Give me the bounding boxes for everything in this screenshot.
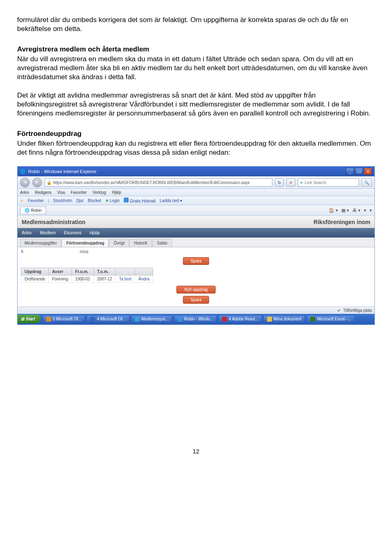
browser-menu-bar: Arkiv Redigera Visa Favoriter Verktyg Hj… xyxy=(18,189,374,196)
hotmail-icon xyxy=(124,198,129,202)
stop-button[interactable]: ✕ xyxy=(286,178,295,187)
windows-taskbar: ⊞ Start 3 Microsoft Of... 4 Microsoft Of… xyxy=(18,314,374,324)
home-button[interactable]: 🏠 ▾ xyxy=(329,207,338,213)
browser-screenshot: 🌐 Robin - Windows Internet Explorer _ ▭ … xyxy=(17,166,375,324)
forward-button[interactable]: ► xyxy=(32,178,42,187)
search-placeholder: Live Search xyxy=(305,180,326,185)
task-adobe[interactable]: 4 Adobe Read... xyxy=(218,315,262,323)
table-row: Ordförande Förening 1900-01 2007-12 Ta b… xyxy=(21,275,153,282)
feeds-button[interactable]: ▦ ▾ xyxy=(341,207,349,213)
page-menu-button[interactable]: ▾ xyxy=(364,207,366,213)
task-robin[interactable]: Robin - Windo... xyxy=(174,315,217,323)
fav-hotmail[interactable]: Gratis Hotmail xyxy=(124,198,156,204)
start-label: Start xyxy=(26,316,35,322)
menu-favoriter[interactable]: Favoriter xyxy=(71,190,87,195)
start-button[interactable]: ⊞ Start xyxy=(18,315,41,323)
tab-label: Robin xyxy=(31,208,42,213)
intro-paragraph: formuläret där du ombeds korrigera det s… xyxy=(17,16,375,33)
search-go-button[interactable]: 🔍 xyxy=(361,178,372,187)
col-avser: Avser xyxy=(49,268,71,275)
section-fortroendeuppdrag-title: Förtroendeuppdrag xyxy=(17,129,375,138)
search-box[interactable]: ✦ Live Search xyxy=(298,178,359,187)
fav-djur[interactable]: Djur xyxy=(76,198,84,203)
tab-medlemsuppgifter[interactable]: Medlemsuppgifter xyxy=(20,239,61,247)
app-content: 4: mius Spara Uppdrag Avser Fr.o.m. T.o.… xyxy=(18,247,374,307)
refresh-icon: ↻ xyxy=(278,180,281,185)
task-documents[interactable]: Mina dokument xyxy=(263,315,305,323)
section-avregistrera-title: Avregistrera medlem och återta medlem xyxy=(17,45,375,54)
task-excel[interactable]: Microsoft Excel -... xyxy=(307,315,354,323)
task-office-1[interactable]: 3 Microsoft Of... xyxy=(42,315,85,323)
section-avregistrera-p2: Det är viktigt att avlidna medlemmar avr… xyxy=(17,91,375,118)
refresh-button[interactable]: ↻ xyxy=(275,178,284,187)
remove-link[interactable]: Ta bort xyxy=(119,277,131,281)
app-header: Medlemsadministration Riksföreningen ino… xyxy=(18,216,374,228)
address-bar-row: ◄ ► 🔒 https://www.kam.vardforbundet.se/V… xyxy=(18,176,374,189)
col-tom: T.o.m. xyxy=(94,268,116,275)
ie-icon: 🌐 xyxy=(20,169,26,174)
menu-verktyg[interactable]: Verktyg xyxy=(93,190,106,195)
favorites-star-icon[interactable]: ★ xyxy=(20,198,24,203)
section-avregistrera-p1: När du vill avregistrera en medlem ska d… xyxy=(17,55,375,82)
office-icon xyxy=(46,317,51,322)
edit-link[interactable]: Ändra xyxy=(138,277,149,281)
tools-menu-button[interactable]: ▾ xyxy=(370,207,372,213)
menu-hjalp[interactable]: Hjälp xyxy=(112,190,121,195)
new-commission-button[interactable]: Nytt uppdrag xyxy=(176,286,215,293)
cell-uppdrag: Ordförande xyxy=(21,275,49,282)
app-subtabs: Medlemsuppgifter Förtroendeuppdrag Övrig… xyxy=(18,238,374,247)
col-remove xyxy=(116,268,135,275)
record-number-prefix: 4: xyxy=(21,249,24,254)
app-title: Medlemsadministration xyxy=(22,218,85,226)
adobe-icon xyxy=(222,317,227,322)
task-office-2[interactable]: 4 Microsoft Of... xyxy=(87,315,129,323)
tab-ovrigt[interactable]: Övrigt xyxy=(109,239,129,247)
record-suffix: mius xyxy=(80,249,88,254)
ie-task-icon xyxy=(178,317,183,322)
plus-icon: ✚ xyxy=(105,198,109,203)
table-header-row: Uppdrag Avser Fr.o.m. T.o.m. xyxy=(21,268,153,275)
window-titlebar: 🌐 Robin - Windows Internet Explorer _ ▭ … xyxy=(18,167,374,176)
section-fortroendeuppdrag-p1: Under fliken förtroendeuppdrag kan du re… xyxy=(17,139,375,157)
trusted-site-icon: ✔ xyxy=(337,308,341,313)
tab-historik[interactable]: Historik xyxy=(129,239,152,247)
app-menu-arkiv[interactable]: Arkiv xyxy=(22,230,31,236)
cell-tom: 2007-12 xyxy=(94,275,116,282)
browser-tab-robin[interactable]: 🌐 Robin xyxy=(20,207,46,214)
save-button-top[interactable]: Spara xyxy=(183,257,209,265)
app-menu-bar: Arkiv Medlem Ekonomi Hjälp xyxy=(18,228,374,237)
maximize-button[interactable]: ▭ xyxy=(355,168,363,175)
fav-ladda-ned[interactable]: Ladda ned ▾ xyxy=(160,198,182,203)
fav-login[interactable]: ✚ Login xyxy=(105,198,120,203)
menu-visa[interactable]: Visa xyxy=(57,190,65,195)
tab-saldo[interactable]: Saldo xyxy=(152,239,172,247)
menu-redigera[interactable]: Redigera xyxy=(35,190,51,195)
app-menu-ekonomi[interactable]: Ekonomi xyxy=(64,230,82,236)
word-icon xyxy=(90,317,95,322)
tab-fortroendeuppdrag[interactable]: Förtroendeuppdrag xyxy=(62,239,109,247)
col-edit xyxy=(135,268,153,275)
print-button[interactable]: 🖶 ▾ xyxy=(352,207,361,213)
window-title: Robin - Windows Internet Explorer xyxy=(28,169,97,174)
cell-avser: Förening xyxy=(49,275,71,282)
close-button[interactable]: ✕ xyxy=(364,168,372,175)
col-uppdrag: Uppdrag xyxy=(21,268,49,275)
favorites-label: Favoriter xyxy=(28,198,44,203)
app-menu-hjalp[interactable]: Hjälp xyxy=(89,230,100,236)
app-menu-medlem[interactable]: Medlem xyxy=(40,230,56,236)
folder-icon xyxy=(267,317,272,322)
app-icon xyxy=(135,317,140,322)
favorites-bar: ★ Favoriter | Stockholm Djur Blocket ✚ L… xyxy=(18,196,374,205)
address-bar[interactable]: 🔒 https://www.kam.vardforbundet.se/VARDF… xyxy=(45,178,272,187)
save-button-bottom[interactable]: Spara xyxy=(183,296,209,304)
minimize-button[interactable]: _ xyxy=(346,168,354,175)
fav-stockholm[interactable]: Stockholm xyxy=(53,198,72,203)
tab-bar: 🌐 Robin 🏠 ▾ ▦ ▾ 🖶 ▾ ▾ ▾ xyxy=(18,205,374,216)
back-button[interactable]: ◄ xyxy=(20,178,30,187)
windows-logo-icon: ⊞ xyxy=(21,316,24,322)
task-medlemssyst[interactable]: Medlemssyst... xyxy=(131,315,172,323)
fav-blocket[interactable]: Blocket xyxy=(88,198,101,203)
menu-arkiv[interactable]: Arkiv xyxy=(20,190,29,195)
search-provider-icon: ✦ xyxy=(300,180,303,185)
col-from: Fr.o.m. xyxy=(72,268,94,275)
